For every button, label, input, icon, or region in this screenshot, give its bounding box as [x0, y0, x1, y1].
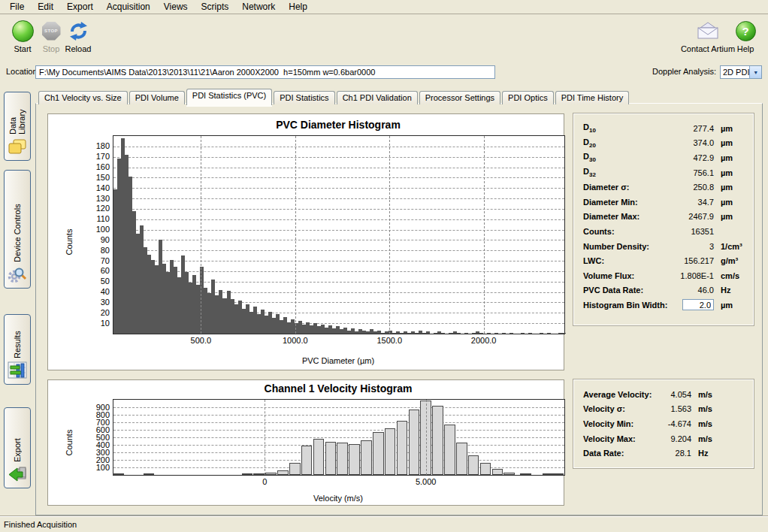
- pvc-statistics-panel: D10277.4µmD20374.0µmD30472.9µmD32756.1µm…: [573, 113, 754, 325]
- stat-label: LWC:: [583, 256, 670, 265]
- stat-value: 250.8: [670, 183, 714, 192]
- histogram-bar: [361, 440, 372, 475]
- gridline-y: [113, 209, 564, 210]
- histogram-bar: [528, 333, 532, 334]
- location-row: Location: Doppler Analysis: 2D PDI ▼: [0, 62, 768, 83]
- location-input[interactable]: [35, 65, 495, 79]
- y-tick-label: 180: [80, 141, 110, 150]
- x-tick-label: 5.000: [400, 477, 452, 486]
- stat-unit: µm: [714, 138, 747, 147]
- stat-row-histogram-bin-width: Histogram Bin Width:µm: [574, 298, 753, 313]
- stat-unit: µm: [714, 198, 747, 207]
- histogram-bar: [301, 446, 313, 475]
- stat-unit: Hz: [691, 449, 747, 458]
- y-tick-label: 70: [80, 256, 110, 265]
- menu-item-scripts[interactable]: Scripts: [195, 0, 236, 14]
- gridline-y: [113, 157, 564, 158]
- tab-pdi-statistics[interactable]: PDI Statistics: [274, 91, 334, 104]
- sidebar-item-label: Device Controls: [13, 175, 22, 262]
- stat-value: 756.1: [670, 168, 714, 177]
- gridline-y: [113, 230, 564, 231]
- stat-unit: µm: [714, 124, 747, 133]
- stat-value: 374.0: [670, 138, 714, 147]
- stat-label: D20: [583, 138, 670, 149]
- stat-row-volume-flux: Volume Flux:1.808E-1cm/s: [574, 268, 753, 283]
- histogram-bar: [113, 473, 124, 475]
- tab-processor-settings[interactable]: Processor Settings: [419, 91, 500, 104]
- sidebar-item-device-controls[interactable]: Device Controls: [4, 170, 31, 289]
- x-tick-label: 1000.0: [269, 336, 322, 345]
- tab-pdi-optics[interactable]: PDI Optics: [502, 91, 554, 104]
- stat-value: 28.1: [654, 449, 691, 458]
- histogram-bin-width-input[interactable]: [682, 299, 714, 310]
- histogram-bar: [373, 432, 384, 475]
- gridline-x: [426, 400, 427, 475]
- gridline-y: [113, 250, 564, 251]
- tab-pdi-statistics-pvc[interactable]: PDI Statistics (PVC): [186, 89, 272, 105]
- menu-item-network[interactable]: Network: [235, 0, 282, 14]
- gridline-y: [113, 240, 564, 240]
- sidebar-item-export[interactable]: Export: [4, 407, 31, 488]
- menu-item-acquisition[interactable]: Acquisition: [100, 0, 157, 14]
- menu-item-views[interactable]: Views: [157, 0, 195, 14]
- doppler-analysis-label: Doppler Analysis:: [586, 67, 716, 76]
- histogram-bar: [480, 463, 491, 475]
- y-tick-label: 900: [80, 403, 110, 412]
- menu-item-file[interactable]: File: [3, 0, 31, 14]
- stat-value: 4.054: [654, 390, 691, 399]
- gridline-y: [113, 168, 564, 168]
- histogram-bar: [468, 455, 479, 475]
- stat-unit: m/s: [691, 390, 747, 399]
- histogram-bar: [444, 425, 455, 475]
- stat-row-data-rate: Data Rate:28.1Hz: [574, 446, 753, 461]
- stat-value: 46.0: [670, 286, 714, 295]
- menu-item-help[interactable]: Help: [282, 0, 314, 14]
- histogram-bar: [457, 333, 461, 334]
- x-tick-label: 1500.0: [363, 336, 416, 345]
- tab-ch1-pdi-validation[interactable]: Ch1 PDI Validation: [337, 91, 418, 104]
- velocity-histogram-plot: 10020030040050060070080090005.000: [113, 399, 565, 476]
- sidebar-item-results[interactable]: Results: [4, 314, 31, 385]
- tab-ch1-velocity-vs-size[interactable]: Ch1 Velocity vs. Size: [38, 91, 128, 104]
- gridline-x: [484, 136, 485, 334]
- stat-label: Velocity σ:: [583, 404, 654, 413]
- histogram-bar: [337, 443, 348, 475]
- stat-value: 2467.9: [670, 212, 714, 221]
- sidebar-item-label: Results: [13, 319, 22, 358]
- stat-value: 16351: [670, 227, 714, 236]
- help-button[interactable]: ? Help: [724, 20, 766, 53]
- reload-icon: [68, 21, 89, 41]
- help-button-label: Help: [724, 44, 766, 53]
- histogram-bar: [487, 333, 491, 334]
- gridline-y: [113, 147, 564, 147]
- chevron-down-icon[interactable]: ▼: [749, 66, 761, 78]
- toolbar: Start STOP Stop Reload Contact Artium ? …: [0, 15, 768, 62]
- menu-item-export[interactable]: Export: [60, 0, 100, 14]
- doppler-analysis-select[interactable]: 2D PDI ▼: [720, 65, 762, 79]
- stat-row-velocity: Velocity σ:1.563m/s: [574, 402, 753, 417]
- stat-label: Average Velocity:: [583, 390, 654, 399]
- stat-label: Velocity Max:: [583, 434, 654, 443]
- stat-unit: g/m³: [714, 256, 747, 265]
- stat-row-number-density: Number Density:31/cm³: [574, 239, 753, 254]
- y-tick-label: 120: [80, 204, 110, 213]
- histogram-bar: [521, 333, 525, 334]
- reload-button[interactable]: Reload: [57, 20, 99, 53]
- menu-item-edit[interactable]: Edit: [31, 0, 60, 14]
- stat-unit: µm: [714, 153, 747, 162]
- stat-label: Volume Flux:: [583, 271, 670, 280]
- histogram-bar: [520, 473, 531, 475]
- stat-value: 34.7: [670, 198, 714, 207]
- tab-pdi-time-history[interactable]: PDI Time History: [555, 91, 630, 104]
- sidebar-item-data-library[interactable]: Data Library: [4, 92, 31, 161]
- histogram-bar: [409, 410, 420, 475]
- folders-icon: [8, 138, 27, 157]
- gridline-x: [389, 136, 390, 334]
- gridline-y: [113, 188, 564, 189]
- velocity-statistics-panel: Average Velocity:4.054m/sVelocity σ:1.56…: [573, 379, 754, 468]
- tab-pdi-volume[interactable]: PDI Volume: [129, 91, 185, 104]
- y-tick-label: 90: [80, 235, 110, 244]
- stat-value: 9.204: [654, 434, 691, 443]
- tab-page-pdi-statistics-pvc: PVC Diameter Histogram Counts 1020304050…: [35, 103, 763, 515]
- gridline-y: [113, 198, 564, 199]
